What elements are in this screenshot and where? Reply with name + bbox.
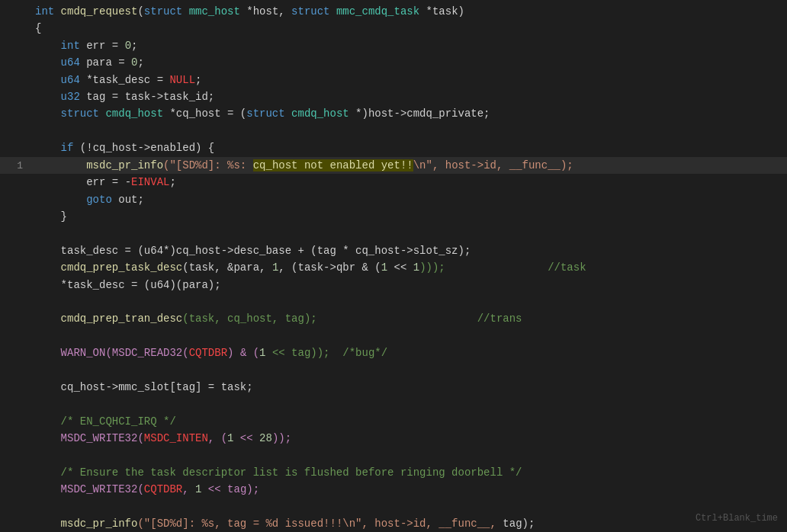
- line-content: task_desc = (u64*)cq_host->desc_base + (…: [35, 242, 781, 259]
- code-line: [0, 123, 787, 139]
- code-line: u64 *task_desc = NULL;: [0, 72, 787, 88]
- line-content: MSDC_WRITE32(MSDC_INTEN, (1 << 28));: [35, 430, 781, 447]
- watermark: Ctrl+Blank_time: [695, 511, 778, 526]
- line-content: MSDC_WRITE32(CQTDBR, 1 << tag);: [35, 481, 781, 498]
- code-line: struct cmdq_host *cq_host = (struct cmdq…: [0, 105, 787, 122]
- code-line: task_desc = (u64*)cq_host->desc_base + (…: [0, 242, 787, 259]
- line-content: struct cmdq_host *cq_host = (struct cmdq…: [35, 105, 781, 122]
- code-line: /* Ensure the task descriptor list is fl…: [0, 464, 787, 481]
- code-line: WARN_ON(MSDC_READ32(CQTDBR) & (1 << tag)…: [0, 345, 787, 361]
- code-line: [0, 362, 787, 379]
- code-line: err = -EINVAL;: [0, 174, 787, 191]
- code-line: int cmdq_request(struct mmc_host *host, …: [0, 3, 787, 20]
- line-content: u64 *task_desc = NULL;: [35, 72, 781, 88]
- line-content: goto out;: [35, 191, 781, 208]
- code-line: cq_host->mmc_slot[tag] = task;: [0, 379, 787, 396]
- line-content: *task_desc = (u64)(para);: [35, 277, 781, 293]
- code-line: u32 tag = task->task_id;: [0, 88, 787, 105]
- code-line: 1 msdc_pr_info("[SD%d]: %s: cq_host not …: [0, 157, 787, 175]
- line-content: msdc_pr_info("[SD%d]: %s: cq_host not en…: [35, 157, 781, 174]
- code-editor: int cmdq_request(struct mmc_host *host, …: [0, 0, 787, 532]
- line-content: [35, 123, 781, 139]
- line-content: }: [35, 208, 781, 225]
- line-content: [35, 498, 781, 515]
- code-line: goto out;: [0, 191, 787, 208]
- code-line: [0, 328, 787, 345]
- line-content: if (!cq_host->enabled) {: [35, 139, 781, 156]
- line-content: [35, 362, 781, 379]
- code-line: MSDC_WRITE32(MSDC_INTEN, (1 << 28));: [0, 430, 787, 447]
- code-line: [0, 498, 787, 515]
- code-line: cmdq_prep_task_desc(task, &para, 1, (tas…: [0, 259, 787, 276]
- line-content: msdc_pr_info("[SD%d]: %s, tag = %d issue…: [35, 515, 781, 532]
- code-line: [0, 396, 787, 412]
- code-line: cmdq_prep_tran_desc(task, cq_host, tag);…: [0, 310, 787, 327]
- line-number: 1: [0, 159, 23, 175]
- line-content: err = -EINVAL;: [35, 174, 781, 191]
- line-content: [35, 293, 781, 310]
- line-content: /* Ensure the task descriptor list is fl…: [35, 464, 781, 481]
- code-line: [0, 225, 787, 242]
- code-line: [0, 447, 787, 464]
- code-line: {: [0, 20, 787, 37]
- line-content: u32 tag = task->task_id;: [35, 88, 781, 105]
- code-line: msdc_pr_info("[SD%d]: %s, tag = %d issue…: [0, 515, 787, 532]
- line-content: cmdq_prep_task_desc(task, &para, 1, (tas…: [35, 259, 781, 276]
- code-line: if (!cq_host->enabled) {: [0, 139, 787, 156]
- line-content: /* EN_CQHCI_IRQ */: [35, 413, 781, 430]
- line-content: int cmdq_request(struct mmc_host *host, …: [35, 3, 781, 20]
- line-content: [35, 225, 781, 242]
- code-line: MSDC_WRITE32(CQTDBR, 1 << tag);: [0, 481, 787, 498]
- line-content: [35, 396, 781, 412]
- line-content: int err = 0;: [35, 37, 781, 54]
- line-content: u64 para = 0;: [35, 54, 781, 71]
- code-line: }: [0, 208, 787, 225]
- line-content: [35, 328, 781, 345]
- code-line: [0, 293, 787, 310]
- code-line: /* EN_CQHCI_IRQ */: [0, 413, 787, 430]
- code-line: u64 para = 0;: [0, 54, 787, 71]
- line-content: [35, 447, 781, 464]
- line-content: cmdq_prep_tran_desc(task, cq_host, tag);…: [35, 310, 781, 327]
- line-content: {: [35, 20, 781, 37]
- code-line: *task_desc = (u64)(para);: [0, 277, 787, 293]
- code-line: int err = 0;: [0, 37, 787, 54]
- line-content: cq_host->mmc_slot[tag] = task;: [35, 379, 781, 396]
- line-content: WARN_ON(MSDC_READ32(CQTDBR) & (1 << tag)…: [35, 345, 781, 361]
